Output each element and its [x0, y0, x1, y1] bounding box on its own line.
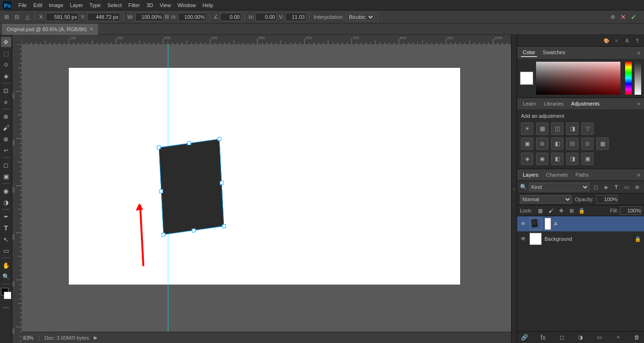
adj-invert[interactable]: ◈: [521, 153, 533, 165]
layers-kind-filter[interactable]: Kind: [529, 183, 589, 191]
tab-swatches[interactable]: Swatches: [541, 49, 567, 57]
tab-learn[interactable]: Learn: [521, 100, 538, 107]
y-input[interactable]: [87, 13, 120, 21]
menu-view[interactable]: View: [157, 1, 174, 9]
new-fill-adj-btn[interactable]: ◑: [576, 333, 585, 342]
layer-filter-type[interactable]: T: [612, 183, 620, 191]
menu-filter[interactable]: Filter: [125, 1, 143, 9]
adj-colorlookup[interactable]: ▦: [596, 138, 609, 150]
transform-handle-ml[interactable]: [159, 189, 163, 193]
adj-bw[interactable]: ◧: [551, 138, 563, 150]
tool-history-brush[interactable]: ↩: [1, 145, 11, 155]
layer-item-a[interactable]: 👁 A: [517, 216, 644, 231]
tab-adjustments[interactable]: Adjustments: [569, 100, 602, 107]
panel-icon-color[interactable]: 🎨: [602, 36, 611, 45]
menu-layer[interactable]: Layer: [66, 1, 86, 9]
layers-panel-options[interactable]: ≡: [637, 172, 640, 178]
opacity-bar[interactable]: [635, 62, 641, 95]
tool-shape[interactable]: ▭: [1, 245, 11, 256]
tool-path-select[interactable]: ↖: [1, 234, 11, 245]
menu-help[interactable]: Help: [199, 1, 217, 9]
tool-eyedropper[interactable]: ⌀: [1, 97, 11, 107]
tool-crop[interactable]: ⊡: [1, 85, 11, 96]
link-layers-btn[interactable]: 🔗: [520, 333, 528, 342]
tab-libraries[interactable]: Libraries: [542, 100, 565, 107]
w-input[interactable]: [135, 13, 164, 21]
tool-blur[interactable]: ◉: [1, 186, 11, 196]
interpolation-select[interactable]: Bicubic: [346, 13, 375, 21]
menu-select[interactable]: Select: [104, 1, 125, 9]
tool-healing[interactable]: ⊕: [1, 111, 11, 122]
layer-filter-pixel[interactable]: ◻: [591, 183, 600, 191]
transform-handle-tr[interactable]: [217, 137, 221, 141]
warp-icon[interactable]: ⊛: [608, 12, 618, 22]
status-more-arrow[interactable]: ▶: [94, 335, 98, 340]
tool-brush[interactable]: 🖌: [1, 122, 11, 133]
transform-handle-tl[interactable]: [157, 145, 161, 149]
background-color[interactable]: [4, 292, 11, 299]
tool-eraser[interactable]: ◻: [1, 160, 11, 170]
layer-item-background[interactable]: 👁 Background 🔒: [517, 231, 644, 246]
layer-visibility-bg[interactable]: 👁: [520, 236, 527, 242]
menu-type[interactable]: Type: [86, 1, 104, 9]
foreground-color-swatch[interactable]: [520, 72, 533, 85]
adj-photofilter[interactable]: ⊟: [566, 138, 578, 150]
tab-color[interactable]: Color: [521, 49, 537, 57]
panels-collapse[interactable]: ‹: [511, 35, 517, 343]
menu-image[interactable]: Image: [46, 1, 67, 9]
layer-filter-shape[interactable]: ▭: [622, 183, 631, 191]
adj-brightness[interactable]: ☀: [521, 122, 533, 135]
adj-posterize[interactable]: ◉: [536, 153, 548, 165]
adj-colorbalance[interactable]: ⊜: [536, 138, 548, 150]
tab-paths[interactable]: Paths: [574, 171, 591, 179]
adj-curves[interactable]: ◫: [551, 122, 563, 135]
menu-window[interactable]: Window: [174, 1, 199, 9]
menu-edit[interactable]: Edit: [30, 1, 46, 9]
commit-transform-icon[interactable]: ✓: [629, 12, 638, 22]
opacity-input[interactable]: [596, 195, 618, 204]
adj-levels[interactable]: ▦: [536, 122, 548, 135]
panel-icon-layers[interactable]: ≡: [612, 36, 621, 45]
angle-input[interactable]: [220, 13, 241, 21]
delete-layer-btn[interactable]: 🗑: [633, 333, 641, 342]
fill-input[interactable]: [620, 206, 641, 215]
layer-filter-smart[interactable]: ⊗: [633, 183, 641, 191]
adj-panel-options[interactable]: ≡: [637, 101, 640, 106]
adj-exposure[interactable]: ◨: [566, 122, 578, 135]
cancel-transform-icon[interactable]: ✕: [619, 12, 628, 22]
tool-pen[interactable]: ✒: [1, 212, 11, 222]
doc-tab-close[interactable]: ✕: [90, 26, 93, 32]
tool-move[interactable]: ✥: [1, 37, 11, 47]
transform-icon-2[interactable]: ⊟: [12, 12, 22, 22]
lock-transparent-pixels[interactable]: ▦: [536, 206, 545, 215]
tool-hand[interactable]: ✋: [1, 260, 11, 270]
panel-icon-para[interactable]: ¶: [633, 36, 642, 45]
tool-quick-select[interactable]: ◈: [1, 71, 11, 81]
layer-filter-adj[interactable]: ◈: [602, 183, 610, 191]
add-layer-style-btn[interactable]: fx: [539, 333, 547, 342]
menu-file[interactable]: File: [15, 1, 30, 9]
doc-tab[interactable]: Original.psd @ 60.6% (A, RGB/8#) ✕: [2, 24, 98, 35]
h-input[interactable]: [178, 13, 206, 21]
lock-all[interactable]: 🔒: [578, 206, 586, 215]
blend-mode-select[interactable]: Normal: [520, 195, 572, 204]
transform-handle-bm[interactable]: [192, 229, 196, 233]
x-input[interactable]: [46, 13, 79, 21]
adj-channelmixer[interactable]: ⊙: [581, 138, 594, 150]
tool-lasso[interactable]: ⊙: [1, 59, 11, 70]
transform-handle-br[interactable]: [222, 224, 226, 229]
tool-zoom[interactable]: 🔍: [1, 271, 11, 282]
lock-artboard[interactable]: ⊠: [567, 206, 576, 215]
transform-shape[interactable]: [159, 139, 224, 235]
tab-layers[interactable]: Layers: [521, 171, 540, 179]
canvas-area[interactable]: 100200300400500600700800900100011001200 …: [12, 35, 511, 343]
transform-handle-tm[interactable]: [187, 141, 191, 145]
tool-dodge[interactable]: ◑: [1, 197, 11, 207]
color-panel-options[interactable]: ≡: [637, 50, 640, 56]
transform-icon-3[interactable]: △: [23, 12, 32, 22]
lock-position[interactable]: ✥: [557, 206, 565, 215]
transform-handle-mr[interactable]: [220, 180, 223, 185]
canvas-container[interactable]: [22, 44, 511, 332]
new-layer-btn[interactable]: +: [614, 333, 622, 342]
tab-channels[interactable]: Channels: [544, 171, 570, 179]
